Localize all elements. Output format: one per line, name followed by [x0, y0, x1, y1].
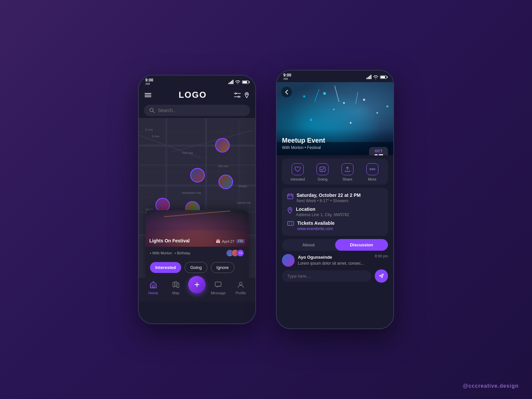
disc-time: 8:00 pm [375, 254, 388, 258]
event-card-image: Lights On Festival 📅 April 27 FRI [145, 210, 249, 247]
svg-rect-12 [177, 283, 179, 288]
hero-event-subtitle: With Morton • Festival [282, 145, 325, 150]
action-more[interactable]: More [360, 163, 385, 181]
search-bar[interactable] [144, 105, 250, 116]
left-phone: 9:00 AM [138, 75, 256, 324]
calendar-detail-icon [287, 193, 293, 200]
map-label-northeast: Northeast Fwy [182, 191, 201, 195]
nav-plus-button[interactable]: + [188, 276, 205, 293]
more-icon [366, 163, 378, 175]
home-label: Home [148, 291, 158, 295]
going-button[interactable]: Going [185, 262, 207, 273]
map-label-5th: 5th Ave [218, 165, 228, 168]
event-card-title: Lights On Festival [149, 238, 190, 243]
tabs-row: About Discussion [282, 239, 388, 251]
svg-rect-13 [215, 282, 221, 286]
right-status-bar: 9:00 AM [277, 70, 393, 82]
action-row: Intrested Going Share [282, 159, 388, 185]
more-label: More [368, 177, 376, 181]
map-label-shepa: Shepa [238, 185, 247, 188]
hero-event-title: Meetup Event With Morton • Festival [282, 137, 325, 150]
map-bubble-1[interactable] [215, 138, 230, 153]
svg-point-0 [235, 93, 236, 94]
map-label-nelson: Nelson Rd [237, 201, 251, 204]
profile-icon [237, 281, 244, 290]
discussion-content: Ayo Ogunseinde 8:00 pm Lorem ipsum dolor… [298, 254, 388, 266]
send-button[interactable] [375, 269, 388, 283]
nav-message[interactable]: Message [208, 281, 228, 295]
calendar-icon: 📅 [216, 239, 220, 243]
date-badge: OCT 27 [369, 147, 388, 155]
message-icon [214, 281, 222, 290]
map-label: h Ave [152, 135, 159, 138]
map-bubble-2[interactable] [190, 168, 205, 183]
left-status-bar: 9:00 AM [139, 75, 255, 87]
location-detail-icon [287, 207, 293, 215]
right-ampm: AM [283, 77, 291, 81]
message-input[interactable] [282, 270, 371, 282]
heart-icon [292, 163, 304, 175]
info-card: Saturday, October 22 at 2 PM Next Week •… [282, 188, 388, 236]
right-status-icons [366, 75, 387, 79]
action-interested[interactable]: Intrested [285, 163, 310, 181]
search-icon [149, 108, 155, 113]
wifi-icon [235, 80, 240, 84]
svg-point-14 [239, 282, 242, 285]
interested-button[interactable]: Interested [150, 262, 181, 273]
hamburger-menu[interactable] [145, 93, 151, 97]
location-row: Location Address Line 1, City, NW5782 [287, 206, 383, 217]
disc-user-name: Ayo Ogunseinde [298, 255, 332, 260]
nav-profile[interactable]: Profile [231, 281, 251, 295]
svg-point-18 [374, 169, 375, 170]
tab-discussion[interactable]: Discussion [335, 239, 388, 251]
map-area: h Ave h Ave Holt Ave 5th Ave Shepa North… [139, 118, 255, 278]
right-hero: Meetup Event With Morton • Festival OCT … [277, 82, 393, 155]
discussion-avatar [282, 254, 295, 267]
tab-about[interactable]: About [282, 239, 335, 251]
filter-icon[interactable] [234, 92, 241, 98]
event-card-meta: With Morton Birthday +2 [145, 247, 249, 259]
left-header: LOGO [139, 87, 255, 103]
nav-home[interactable]: Home [143, 281, 163, 295]
action-going[interactable]: Going [310, 163, 335, 181]
battery-icon [242, 80, 249, 84]
svg-point-6 [246, 93, 247, 95]
going-label: Going [318, 177, 327, 181]
map-icon [172, 281, 180, 290]
home-icon [150, 281, 157, 290]
svg-point-16 [370, 169, 371, 170]
svg-line-8 [153, 111, 155, 113]
check-icon [317, 163, 329, 175]
nav-map[interactable]: Map [166, 281, 186, 295]
action-share[interactable]: Share [335, 163, 360, 181]
tickets-link[interactable]: www.eventbrite.com [297, 226, 334, 231]
logo: LOGO [179, 90, 207, 100]
back-button[interactable] [281, 87, 292, 97]
right-wifi-icon [373, 75, 378, 79]
svg-point-17 [372, 169, 373, 170]
location-pin-icon[interactable] [244, 92, 249, 98]
message-label: Message [211, 291, 226, 295]
location-title: Location [296, 206, 349, 212]
svg-rect-19 [288, 194, 293, 199]
search-input[interactable] [158, 108, 245, 113]
ignore-button[interactable]: Ignore [211, 262, 234, 273]
profile-label: Profile [235, 291, 246, 295]
calendar-title: Saturday, October 22 at 2 PM [297, 193, 361, 198]
signal-icon [228, 80, 233, 84]
event-card-date: 📅 April 27 FRI [216, 239, 245, 243]
discussion-row: Ayo Ogunseinde 8:00 pm Lorem ipsum dolor… [282, 254, 388, 267]
header-right-icons [234, 92, 249, 98]
event-card-avatars: +2 [226, 249, 244, 257]
watermark: @cccreative.design [463, 383, 519, 389]
svg-rect-21 [288, 221, 294, 225]
svg-point-20 [289, 209, 291, 210]
tickets-row: Tickets Available www.eventbrite.com [287, 220, 383, 231]
left-ampm: AM [145, 82, 153, 86]
share-icon [341, 163, 353, 175]
disc-message: Lorem ipsum dolor sit amet, consec... [298, 261, 388, 266]
event-card-actions: Interested Going Ignore [145, 259, 249, 278]
svg-rect-10 [173, 282, 175, 287]
map-bubble-3[interactable] [218, 175, 233, 189]
ticket-icon [287, 221, 294, 227]
